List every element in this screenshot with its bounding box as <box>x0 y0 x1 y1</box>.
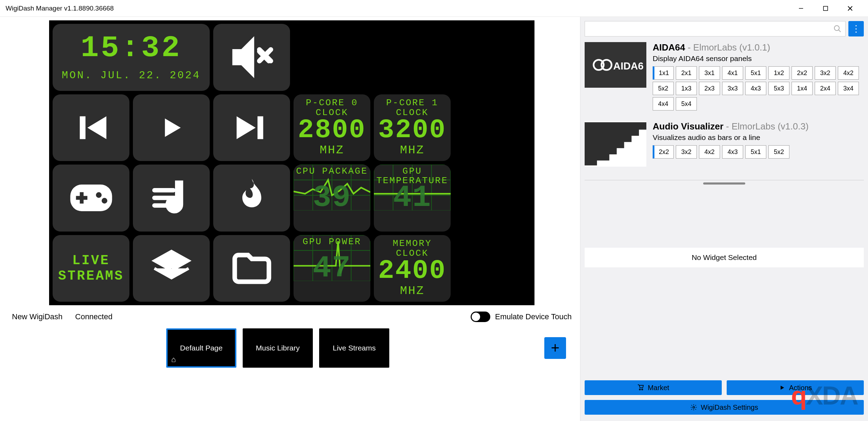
size-option[interactable]: 2x3 <box>699 82 720 95</box>
size-option[interactable]: 3x1 <box>699 66 720 80</box>
device-name: New WigiDash <box>12 312 62 321</box>
widget-search-input[interactable] <box>585 21 846 36</box>
play-tile[interactable] <box>133 94 210 161</box>
market-button[interactable]: Market <box>585 380 722 395</box>
sensor-value: 2400 <box>378 258 446 283</box>
widget-name: AIDA64 <box>653 42 685 53</box>
sensor-value: 41 <box>393 182 432 213</box>
sensor-label: P-CORE 1 CLOCK <box>386 98 438 118</box>
widget-thumbnail: AIDA64 <box>585 42 646 88</box>
svg-text:AIDA64: AIDA64 <box>613 60 644 72</box>
layers-tile[interactable] <box>133 235 210 302</box>
size-option[interactable]: 4x2 <box>699 145 720 159</box>
gear-icon <box>690 404 697 411</box>
folder-tile[interactable] <box>213 235 290 302</box>
skip-next-icon <box>229 105 275 151</box>
sensor-unit: MHZ <box>319 143 344 157</box>
widget-detail-pane: No Widget Selected Market Actions WigiDa… <box>585 180 864 415</box>
widget-description: Visualizes audio as bars or a line <box>653 133 860 142</box>
widget-description: Display AIDA64 sensor panels <box>653 54 860 63</box>
page-tab[interactable]: Live Streams <box>319 328 389 368</box>
size-option[interactable]: 5x4 <box>676 97 697 111</box>
live-streams-tile[interactable]: LIVE STREAMS <box>53 235 129 302</box>
size-option[interactable]: 1x3 <box>676 82 697 95</box>
size-option[interactable]: 3x4 <box>838 82 859 95</box>
pcore0-tile[interactable]: P-CORE 0 CLOCK 2800 MHZ <box>294 94 370 161</box>
size-option[interactable]: 3x2 <box>676 145 697 159</box>
widget-item[interactable]: Audio Visualizer - ElmorLabs (v1.0.3)Vis… <box>585 121 860 167</box>
clock-tile[interactable]: 15:32 MON. JUL. 22. 2024 <box>53 24 210 91</box>
previous-track-tile[interactable] <box>53 94 129 161</box>
widget-menu-button[interactable]: ⋮ <box>848 21 864 36</box>
sensor-label: GPU POWER <box>294 237 370 247</box>
size-option[interactable]: 4x3 <box>722 145 743 159</box>
button-label: Actions <box>789 384 812 392</box>
size-option[interactable]: 4x4 <box>653 97 674 111</box>
size-option[interactable]: 1x4 <box>792 82 813 95</box>
games-tile[interactable] <box>53 165 129 232</box>
close-button[interactable] <box>838 0 862 17</box>
page-tab[interactable]: Music Library <box>243 328 313 368</box>
status-bar: New WigiDash Connected Emulate Device To… <box>4 305 580 328</box>
no-widget-label: No Widget Selected <box>585 248 864 267</box>
size-option[interactable]: 5x1 <box>745 145 766 159</box>
size-option[interactable]: 3x3 <box>722 82 743 95</box>
clock-date: MON. JUL. 22. 2024 <box>62 69 201 81</box>
mute-tile[interactable] <box>213 24 290 91</box>
page-tab[interactable]: Default Page⌂ <box>166 328 236 368</box>
add-page-button[interactable]: + <box>544 337 566 359</box>
gamepad-icon <box>68 175 114 221</box>
sensor-label: GPU TEMPERATURE <box>374 167 451 186</box>
sensor-unit: MHZ <box>400 143 424 157</box>
size-option[interactable]: 2x2 <box>653 145 674 159</box>
speaker-mute-icon <box>229 34 275 80</box>
fire-tile[interactable] <box>213 165 290 232</box>
sensor-label: MEMORY CLOCK <box>374 239 451 258</box>
widget-body: Audio Visualizer - ElmorLabs (v1.0.3)Vis… <box>653 121 860 167</box>
size-option[interactable]: 4x3 <box>745 82 766 95</box>
layers-icon <box>149 246 194 291</box>
minimize-button[interactable] <box>789 0 813 17</box>
pcore1-tile[interactable]: P-CORE 1 CLOCK 3200 MHZ <box>374 94 451 161</box>
folder-icon <box>229 246 275 291</box>
sensor-label: P-CORE 0 CLOCK <box>306 98 358 118</box>
size-option[interactable]: 2x4 <box>815 82 836 95</box>
maximize-button[interactable] <box>813 0 838 17</box>
dashboard-preview[interactable]: 15:32 MON. JUL. 22. 2024 P- <box>49 20 534 305</box>
widget-item[interactable]: AIDA64AIDA64 - ElmorLabs (v1.0.1)Display… <box>585 42 860 111</box>
gpu-power-tile[interactable]: GPU POWER 47 <box>294 235 370 302</box>
sensor-value: 39 <box>313 182 351 213</box>
flame-icon <box>229 175 275 221</box>
connection-status: Connected <box>75 312 112 321</box>
resize-handle[interactable] <box>703 182 745 185</box>
widget-name: Audio Visualizer <box>653 121 724 132</box>
gpu-temp-tile[interactable]: GPU TEMPERATURE 41 <box>374 165 451 232</box>
clock-time: 15:32 <box>81 33 182 63</box>
title-bar: WigiDash Manager v1.1.8890.36668 <box>0 0 868 17</box>
play-icon <box>779 384 786 391</box>
size-option[interactable]: 5x2 <box>768 145 789 159</box>
size-option[interactable]: 1x1 <box>653 66 674 80</box>
more-vertical-icon: ⋮ <box>852 27 861 31</box>
button-label: Market <box>648 384 669 392</box>
size-option[interactable]: 5x2 <box>653 82 674 95</box>
cpu-package-tile[interactable]: CPU PACKAGE 39 <box>294 165 370 232</box>
emulate-touch-toggle[interactable] <box>471 312 490 322</box>
widget-list[interactable]: AIDA64AIDA64 - ElmorLabs (v1.0.1)Display… <box>585 42 864 177</box>
size-option[interactable]: 5x3 <box>768 82 789 95</box>
size-option[interactable]: 2x1 <box>676 66 697 80</box>
settings-button[interactable]: WigiDash Settings <box>585 400 864 415</box>
memory-clock-tile[interactable]: MEMORY CLOCK 2400 MHZ <box>374 235 451 302</box>
size-option[interactable]: 4x2 <box>838 66 859 80</box>
actions-button[interactable]: Actions <box>727 380 864 395</box>
size-option[interactable]: 2x2 <box>792 66 813 80</box>
size-option[interactable]: 4x1 <box>722 66 743 80</box>
size-option[interactable]: 3x2 <box>815 66 836 80</box>
svg-point-22 <box>834 26 839 31</box>
widget-vendor: - ElmorLabs (v1.0.3) <box>724 121 809 132</box>
size-option[interactable]: 1x2 <box>768 66 789 80</box>
editor-pane: 15:32 MON. JUL. 22. 2024 P- <box>0 17 580 421</box>
music-tile[interactable] <box>133 165 210 232</box>
next-track-tile[interactable] <box>213 94 290 161</box>
size-option[interactable]: 5x1 <box>745 66 766 80</box>
